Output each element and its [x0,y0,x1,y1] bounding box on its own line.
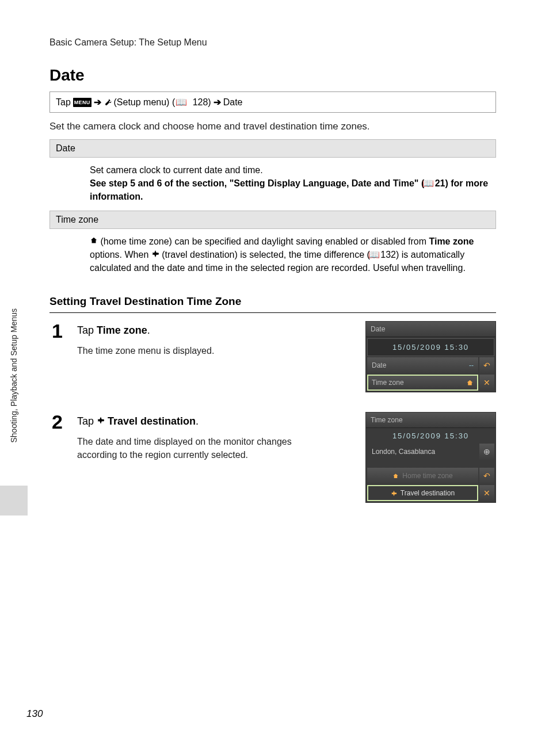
cam1-date-label: Date [372,361,386,369]
globe-icon: ⊕ [483,447,490,456]
step1-pre: Tap [77,324,97,336]
cam2-home-tz[interactable]: Home time zone [367,468,478,484]
step-number-1: 1 [52,321,67,392]
cam1-date-row[interactable]: Date -- [367,357,478,373]
back-icon: ↶ [483,361,490,370]
book-icon: 📖 [370,250,378,258]
breadcrumb-date: Date [223,97,243,108]
tz-text1: (home time zone) can be specified and da… [98,236,429,246]
tz-text3: options. When [90,250,151,259]
page-ref: 128) [193,97,211,108]
table-head-timezone: Time zone [49,211,496,229]
page-title: Date [49,66,496,85]
side-tab [0,486,28,516]
setup-menu-label: (Setup menu) ( [114,97,176,108]
cam2-home-label: Home time zone [402,472,452,480]
cam2-datetime: 15/05/2009 15:30 [367,429,494,442]
back-icon: ↶ [483,471,490,480]
step-2-desc: The date and time displayed on the monit… [77,436,319,461]
menu-icon: MENU [73,98,92,107]
divider [49,312,496,313]
home-icon [90,236,98,245]
cam1-tz-label: Time zone [372,379,404,387]
cam2-travel-label: Travel destination [401,489,455,497]
cam2-travel-dest[interactable]: Travel destination [367,485,478,501]
back-button[interactable]: ↶ [479,468,494,484]
section-heading: Setting Travel Destination Time Zone [49,295,496,308]
arrow-icon: ➔ [94,97,101,108]
tz-text4: (travel destination) is selected, the ti… [159,250,370,259]
camera-screen-2: Time zone 15/05/2009 15:30 London, Casab… [365,412,496,503]
step2-bold: Travel destination [108,415,196,427]
step-2-title: Tap Travel destination. [77,415,355,427]
cam1-title: Date [366,322,495,337]
close-button[interactable]: ✕ [479,375,494,391]
table-body-date: Set camera clock to current date and tim… [49,158,496,211]
step-2: 2 Tap Travel destination. The date and t… [52,412,496,503]
plane-icon [151,250,159,258]
close-icon: ✕ [483,488,490,498]
breadcrumb-box: Tap MENU ➔ (Setup menu) (📖 128) ➔ Date [49,91,496,113]
cam1-timezone-row[interactable]: Time zone [367,375,478,391]
close-icon: ✕ [483,378,490,387]
globe-button[interactable]: ⊕ [479,444,494,460]
step1-post: . [147,324,150,336]
settings-table: Date Set camera clock to current date an… [49,139,496,281]
step2-post: . [196,415,199,427]
tz-bold: Time zone [429,236,474,246]
close-button[interactable]: ✕ [479,485,494,501]
date-desc-line1: Set camera clock to current date and tim… [90,165,263,175]
table-body-timezone: (home time zone) can be specified and da… [49,229,496,282]
step-1-desc: The time zone menu is displayed. [77,345,319,357]
table-head-date: Date [49,139,496,158]
cam1-datetime: 15/05/2009 15:30 [367,338,494,356]
step-1: 1 Tap Time zone. The time zone menu is d… [52,321,496,392]
arrow-icon: ➔ [214,97,221,108]
running-header: Basic Camera Setup: The Setup Menu [49,37,496,48]
date-see-step: See step 5 and 6 of the section, "Settin… [90,178,424,188]
tap-label: Tap [56,97,71,108]
back-button[interactable]: ↶ [479,357,494,373]
wrench-icon [104,98,112,106]
step2-pre: Tap [77,415,97,427]
intro-paragraph: Set the camera clock and choose home and… [49,121,496,132]
plane-icon [391,490,397,497]
side-section-label: Shooting, Playback and Setup Menus [9,308,18,443]
book-icon: 📖 [424,180,432,188]
step-1-title: Tap Time zone. [77,324,355,337]
book-icon: 📖 [177,98,185,106]
cam2-location: London, Casablanca [367,445,478,459]
cam2-title: Time zone [366,413,495,428]
step1-bold: Time zone [97,324,147,336]
camera-screen-1: Date 15/05/2009 15:30 Date -- ↶ Time zon… [365,321,496,392]
step-number-2: 2 [52,412,67,503]
home-icon [466,379,474,387]
cam1-date-val: -- [469,361,474,369]
plane-icon [97,417,105,425]
home-icon [392,473,399,479]
page-number: 130 [26,708,43,720]
